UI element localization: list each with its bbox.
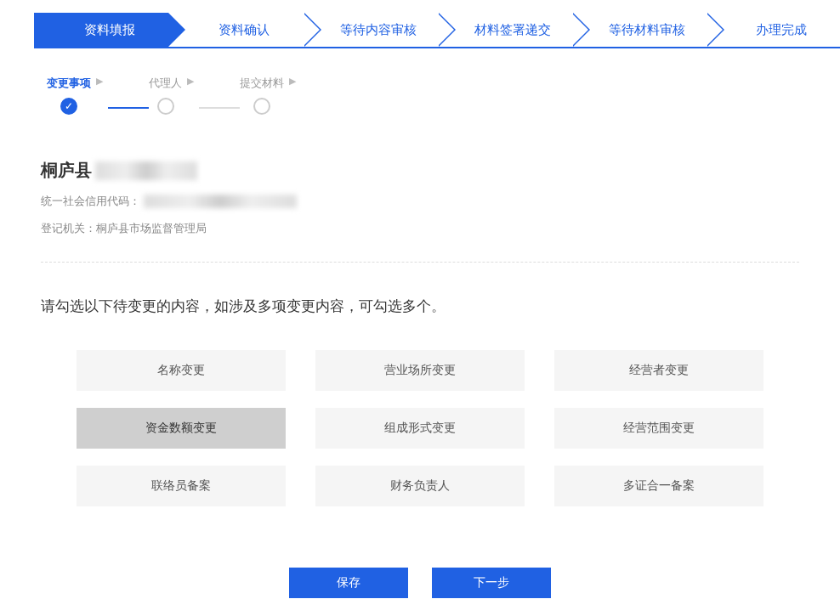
option-form-change[interactable]: 组成形式变更 [315, 408, 525, 449]
option-scope-change[interactable]: 经营范围变更 [554, 408, 763, 449]
option-location-change[interactable]: 营业场所变更 [315, 350, 525, 391]
option-capital-change[interactable]: 资金数额变更 [77, 408, 286, 449]
sub-step-submit-materials[interactable]: 提交材料 [240, 76, 284, 115]
button-row: 保存 下一步 [0, 568, 840, 598]
progress-steps: 资料填报 资料确认 等待内容审核 材料签署递交 等待材料审核 办理完成 [34, 13, 840, 48]
next-button[interactable]: 下一步 [432, 568, 551, 598]
connector-line [199, 107, 240, 109]
check-circle-icon: ✓ [60, 98, 77, 115]
sub-step-label: 代理人 [149, 76, 182, 91]
progress-step-3[interactable]: 等待内容审核 [303, 13, 437, 47]
option-multi-cert-filing[interactable]: 多证合一备案 [554, 466, 763, 506]
sub-step-change-items[interactable]: 变更事项 ✓ [47, 76, 91, 115]
circle-icon [157, 98, 174, 115]
sub-step-label: 提交材料 [240, 76, 284, 91]
credit-code-row: 统一社会信用代码： [41, 194, 799, 209]
company-name-prefix: 桐庐县 [41, 159, 92, 182]
progress-step-5[interactable]: 等待材料审核 [571, 13, 706, 47]
chevron-right-icon: ▶ [187, 76, 194, 87]
company-name: 桐庐县 [41, 159, 799, 182]
registration-label: 登记机关： [41, 221, 96, 236]
option-name-change[interactable]: 名称变更 [77, 350, 286, 391]
connector-line [108, 107, 149, 109]
progress-step-1[interactable]: 资料填报 [34, 13, 168, 47]
redacted-company-name [95, 161, 197, 180]
company-info-section: 桐庐县 统一社会信用代码： 登记机关： 桐庐县市场监督管理局 [41, 159, 799, 263]
option-operator-change[interactable]: 经营者变更 [554, 350, 763, 391]
registration-row: 登记机关： 桐庐县市场监督管理局 [41, 221, 799, 236]
sub-steps: 变更事项 ✓ ▶ 代理人 ▶ 提交材料 ▶ [47, 74, 840, 116]
change-options-grid: 名称变更 营业场所变更 经营者变更 资金数额变更 组成形式变更 经营范围变更 联… [77, 350, 763, 506]
sub-step-agent[interactable]: 代理人 [149, 76, 182, 115]
redacted-credit-code [144, 195, 297, 208]
instruction-text: 请勾选以下待变更的内容，如涉及多项变更内容，可勾选多个。 [41, 297, 799, 316]
save-button[interactable]: 保存 [289, 568, 408, 598]
sub-step-label: 变更事项 [47, 76, 91, 91]
circle-icon [253, 98, 270, 115]
chevron-right-icon: ▶ [289, 76, 296, 87]
progress-step-4[interactable]: 材料签署递交 [437, 13, 571, 47]
option-finance-person[interactable]: 财务负责人 [315, 466, 525, 506]
chevron-right-icon: ▶ [96, 76, 103, 87]
credit-code-label: 统一社会信用代码： [41, 194, 140, 209]
progress-step-2[interactable]: 资料确认 [168, 13, 303, 47]
registration-value: 桐庐县市场监督管理局 [96, 221, 207, 236]
progress-step-6[interactable]: 办理完成 [706, 13, 840, 47]
option-liaison-filing[interactable]: 联络员备案 [77, 466, 286, 506]
checkmark-icon: ✓ [65, 101, 73, 111]
